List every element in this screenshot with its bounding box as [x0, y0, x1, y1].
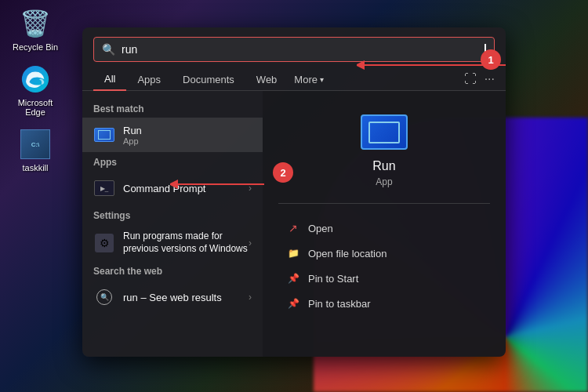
- pin-start-icon: 📌: [286, 271, 300, 285]
- desktop-icons: 🗑️ Recycle Bin Microsoft Edge: [12, 8, 59, 172]
- run-programs-title: Run programs made for previous versions …: [123, 230, 249, 255]
- annotation-arrow-2: [170, 172, 263, 196]
- cmd-icon: ▶_: [93, 177, 115, 199]
- right-panel: Run App ↗ Open 📁 Open file location 📌 Pi…: [263, 91, 506, 357]
- run-programs-text: Run programs made for previous versions …: [123, 230, 249, 255]
- web-search-title: run – See web results: [123, 292, 249, 303]
- tab-apps[interactable]: Apps: [126, 69, 172, 90]
- tab-more[interactable]: More ▾: [288, 69, 330, 90]
- run-app-icon: [93, 124, 115, 146]
- left-panel: Best match Run App: [82, 91, 263, 357]
- taskkill-icon[interactable]: C:\ taskkill: [12, 129, 59, 172]
- web-search-icon: 🔍: [93, 286, 115, 308]
- run-app-title: Run: [123, 125, 252, 136]
- right-run-icon: [361, 114, 408, 150]
- open-file-location-action[interactable]: 📁 Open file location: [278, 241, 490, 266]
- taskkill-image: C:\: [20, 129, 51, 160]
- right-app-name: Run: [372, 159, 395, 173]
- run-programs-result[interactable]: ⚙ Run programs made for previous version…: [82, 224, 263, 261]
- recycle-bin-label: Recycle Bin: [13, 42, 58, 52]
- pin-to-taskbar-label: Pin to taskbar: [308, 298, 371, 310]
- desktop: 🗑️ Recycle Bin Microsoft Edge: [0, 0, 588, 392]
- pin-to-start-label: Pin to Start: [308, 273, 358, 285]
- web-search-result[interactable]: 🔍 run – See web results ›: [82, 280, 263, 314]
- edge-label: Microsoft Edge: [12, 98, 59, 117]
- apps-label: Apps: [82, 152, 263, 171]
- taskkill-label: taskkill: [22, 163, 48, 172]
- right-app-type: App: [376, 176, 392, 187]
- open-file-location-label: Open file location: [308, 248, 387, 260]
- open-icon: ↗: [286, 221, 300, 235]
- best-match-label: Best match: [82, 99, 263, 118]
- settings-label: Settings: [82, 205, 263, 224]
- tab-documents[interactable]: Documents: [172, 69, 245, 90]
- panel-divider: [278, 203, 490, 204]
- svg-point-0: [22, 66, 49, 93]
- pin-to-start-action[interactable]: 📌 Pin to Start: [278, 266, 490, 291]
- run-app-text: Run App: [123, 125, 252, 146]
- recycle-bin-icon[interactable]: 🗑️ Recycle Bin: [12, 8, 59, 52]
- web-search-text: run – See web results: [123, 292, 249, 303]
- run-app-result[interactable]: Run App: [82, 118, 263, 152]
- search-web-label: Search the web: [82, 261, 263, 280]
- recycle-bin-image: 🗑️: [20, 8, 51, 39]
- settings-icon: ⚙: [93, 232, 115, 254]
- run-app-subtitle: App: [123, 136, 252, 146]
- folder-icon: 📁: [286, 246, 300, 260]
- tab-all[interactable]: All: [93, 68, 126, 91]
- start-menu: 🔍 run 1 All Apps Documents: [82, 27, 506, 357]
- web-arrow-icon: ›: [249, 292, 252, 303]
- annotation-1: 1: [481, 49, 501, 70]
- search-icon: 🔍: [102, 43, 115, 56]
- content-area: Best match Run App: [82, 91, 506, 357]
- open-label: Open: [308, 223, 333, 234]
- tab-web[interactable]: Web: [245, 69, 289, 90]
- chevron-down-icon: ▾: [320, 75, 324, 84]
- pin-to-taskbar-action[interactable]: 📌 Pin to taskbar: [278, 291, 490, 316]
- microsoft-edge-icon[interactable]: Microsoft Edge: [12, 64, 59, 117]
- settings-arrow-icon: ›: [249, 238, 252, 249]
- pin-taskbar-icon: 📌: [286, 296, 300, 310]
- open-action[interactable]: ↗ Open: [278, 216, 490, 241]
- edge-image: [20, 64, 51, 95]
